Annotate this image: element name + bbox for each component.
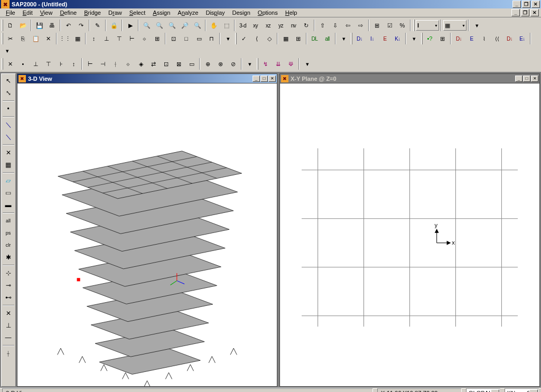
assign1-button[interactable]: ⊥ (100, 33, 113, 44)
view-3d-close-button[interactable]: ✕ (268, 76, 276, 82)
check3-button[interactable]: ◇ (263, 33, 275, 44)
cut-button[interactable]: ✂ (4, 33, 16, 44)
grid2-button[interactable]: ▦ (71, 33, 83, 44)
frame-tool[interactable]: ＼ (2, 119, 14, 130)
mdi-restore-button[interactable]: ❐ (521, 9, 529, 16)
undo-button[interactable]: ↶ (62, 20, 74, 31)
menu-bridge[interactable]: Bridge (80, 8, 105, 17)
intersect-tool[interactable]: ✱ (2, 251, 14, 263)
new-button[interactable]: 🗋 (4, 20, 16, 31)
dot5-button[interactable]: ▾ (1, 45, 13, 57)
assign3-button[interactable]: ⊢ (126, 33, 138, 44)
left-button[interactable]: ⇦ (342, 20, 354, 31)
all-tool[interactable]: all (2, 215, 14, 227)
r3d-button[interactable]: ⊤ (42, 58, 54, 70)
r3e-button[interactable]: ⊦ (55, 58, 67, 70)
view-3d-titlebar[interactable]: ✖ 3-D View _ □ ✕ (17, 74, 277, 83)
copy-button[interactable]: ⎘ (17, 33, 29, 44)
view-xy-button[interactable]: xy (249, 20, 262, 31)
delete-button[interactable]: ✕ (42, 33, 54, 44)
right-button[interactable]: ⇨ (355, 20, 367, 31)
cl-tool[interactable]: clr (2, 239, 14, 251)
df1-button[interactable]: D↓ (353, 33, 366, 44)
check1-button[interactable]: ✓ (238, 33, 250, 44)
down-button[interactable]: ⇩ (329, 20, 341, 31)
reshape-tool[interactable]: ⤡ (2, 87, 14, 99)
rotate-button[interactable]: ↻ (300, 20, 312, 31)
view-xy-max-button[interactable]: □ (523, 76, 530, 82)
check2-button[interactable]: ⟨ (250, 33, 263, 44)
zoom-prev-button[interactable]: 🔍 (166, 20, 178, 31)
r3q-button[interactable]: ⊗ (214, 58, 227, 70)
def-button[interactable]: D↓ (453, 33, 465, 44)
zoom-restore-button[interactable]: 🔍 (153, 20, 165, 31)
m-button[interactable]: ⌇ (478, 33, 490, 44)
grid-combo[interactable]: ▦▼ (443, 20, 467, 31)
menu-select[interactable]: Select (126, 8, 150, 17)
snap-near-tool[interactable]: ⟊ (2, 348, 14, 359)
open-button[interactable]: 📂 (17, 20, 29, 31)
r3f-button[interactable]: ↕ (68, 58, 80, 70)
r3p-button[interactable]: ⊕ (202, 58, 214, 70)
edit-button[interactable]: ✎ (91, 20, 104, 31)
view-3d-button[interactable]: 3-d (237, 20, 249, 31)
view-3d-canvas[interactable] (17, 83, 277, 386)
all-button[interactable]: all (321, 33, 333, 44)
snap-int-tool[interactable]: ✕ (2, 307, 14, 319)
w-button[interactable]: ⟨⟨ (491, 33, 503, 44)
area-tool[interactable]: ▱ (2, 175, 14, 186)
mdi-minimize-button[interactable]: _ (511, 9, 520, 16)
coord-system-select[interactable]: GLOBAL (466, 388, 500, 392)
view-nv-button[interactable]: nv (287, 20, 300, 31)
view-3d-min-button[interactable]: _ (253, 76, 260, 82)
r3a-button[interactable]: ✕ (4, 58, 16, 70)
mesh3-button[interactable]: ▭ (193, 33, 205, 44)
pattern2-button[interactable]: ⊞ (292, 33, 304, 44)
r3b-button[interactable]: • (17, 58, 29, 70)
show-button[interactable]: ⬚ (220, 20, 232, 31)
r3h-button[interactable]: ⊣ (97, 58, 109, 70)
view-xy-canvas[interactable]: x y (280, 83, 539, 386)
view-xy-titlebar[interactable]: ✖ X-Y Plane @ Z=0 _ □ ✕ (280, 74, 539, 83)
dot-button[interactable]: ▾ (471, 20, 483, 31)
assign4-button[interactable]: ⟐ (138, 33, 151, 44)
dot4-button[interactable]: ▾ (408, 33, 420, 44)
snap-perp-tool[interactable]: ⊥ (2, 320, 14, 331)
e-button[interactable]: E (465, 33, 478, 44)
r3j-button[interactable]: ⟐ (122, 58, 134, 70)
r3g-button[interactable]: ⊢ (84, 58, 96, 70)
view-xz-button[interactable]: xz (262, 20, 274, 31)
assign2-button[interactable]: ⊤ (113, 33, 125, 44)
r3r-button[interactable]: ⊘ (227, 58, 239, 70)
paste-button[interactable]: 📋 (30, 33, 42, 44)
pattern1-button[interactable]: ▦ (279, 33, 292, 44)
menu-file[interactable]: File (2, 8, 19, 17)
dl-button[interactable]: DL (309, 33, 321, 44)
snap-end-tool[interactable]: ⊷ (2, 292, 14, 303)
menu-analyze[interactable]: Analyze (174, 8, 202, 17)
menu-options[interactable]: Options (254, 8, 282, 17)
mdi-close-button[interactable]: ✕ (530, 9, 539, 16)
snap-line-tool[interactable]: — (2, 332, 14, 343)
menu-help[interactable]: Help (282, 8, 301, 17)
mesh1-button[interactable]: ⊡ (167, 33, 180, 44)
ps-tool[interactable]: ps (2, 227, 14, 239)
move-button[interactable]: ↕ (88, 33, 100, 44)
pointer-tool[interactable]: ↖ (2, 75, 14, 87)
del-button[interactable]: D↓ (503, 33, 516, 44)
menu-display[interactable]: Display (202, 8, 228, 17)
quick-area-tool[interactable]: ▬ (2, 199, 14, 211)
minimize-button[interactable]: _ (512, 1, 521, 8)
close-button[interactable]: ✕ (531, 1, 540, 8)
mesh2-button[interactable]: □ (180, 33, 192, 44)
menu-design[interactable]: Design (229, 8, 254, 17)
grid1-button[interactable]: ⋮⋮ (59, 33, 71, 44)
sec-frame-tool[interactable]: ▦ (2, 159, 14, 171)
menu-assign[interactable]: Assign (149, 8, 174, 17)
percent-button[interactable]: % (396, 20, 408, 31)
r3t-button[interactable]: ↯ (259, 58, 272, 70)
menu-view[interactable]: View (36, 8, 57, 17)
r3w-button[interactable]: ▾ (301, 58, 313, 70)
named-view-button[interactable]: ⊞ (371, 20, 383, 31)
r3s-button[interactable]: ▾ (244, 58, 256, 70)
